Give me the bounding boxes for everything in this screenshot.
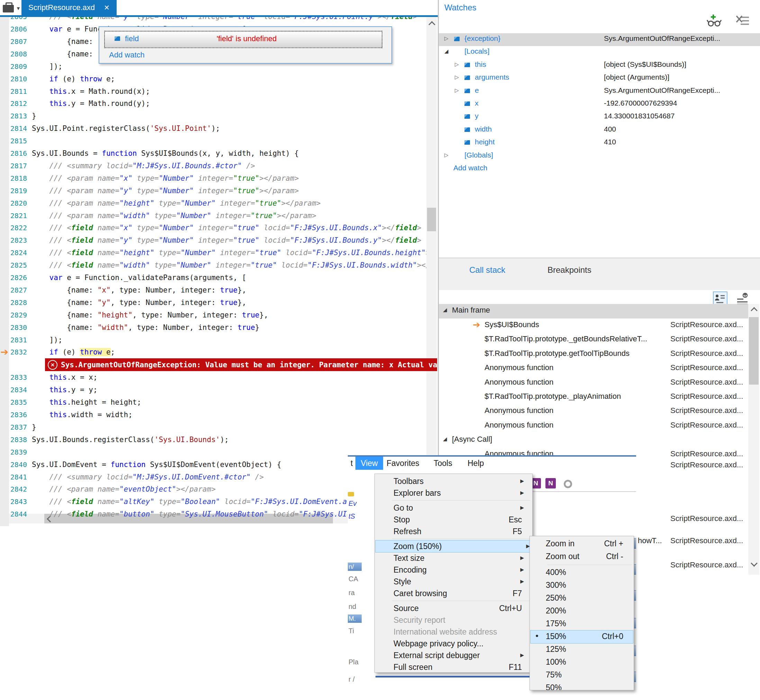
callstack-row[interactable]: $T.RadToolTip.prototype._playAnimationSc… xyxy=(439,390,749,404)
code-text[interactable]: {name: "width", type: Number, integer: t… xyxy=(32,321,259,334)
v-scroll-thumb[interactable] xyxy=(427,208,436,231)
callstack-row[interactable]: $T.RadToolTip.prototype._getBoundsRelati… xyxy=(439,333,749,347)
line-number[interactable]: 2810 xyxy=(0,73,27,85)
menubar-item-help[interactable]: Help xyxy=(468,459,484,468)
watch-row[interactable]: ▷[Globals] xyxy=(439,150,760,163)
close-icon[interactable]: ✕ xyxy=(104,3,110,12)
menu-item-style[interactable]: Style▶ xyxy=(376,576,532,588)
zoom-item-zoom-out[interactable]: Zoom outCtrl - xyxy=(531,550,633,563)
watch-row[interactable]: x-192.67000007629394 xyxy=(439,98,760,111)
add-watch-link[interactable]: Add watch xyxy=(453,164,487,172)
line-number[interactable]: 2842 xyxy=(0,483,27,495)
menu-item-zoom-150[interactable]: Zoom (150%)▶ xyxy=(376,541,537,552)
menu-item-toolbars[interactable]: Toolbars▶ xyxy=(376,475,532,487)
line-number[interactable]: 2830 xyxy=(0,321,27,334)
file-list-button[interactable]: ▼ xyxy=(2,2,20,14)
callstack-row[interactable]: ➔Sys$UI$BoundsScriptResource.axd... xyxy=(439,319,749,333)
menu-item-security-report[interactable]: Security report xyxy=(376,614,532,626)
expand-icon[interactable]: ▷ xyxy=(444,152,448,158)
line-number[interactable]: 2816 xyxy=(0,147,27,159)
line-number[interactable]: 2817 xyxy=(0,159,27,172)
code-text[interactable]: /// <param name="eventObject"></param> xyxy=(32,483,215,495)
line-number[interactable]: 2812 xyxy=(0,97,27,110)
code-text[interactable]: ]); xyxy=(32,60,62,73)
line-number[interactable]: 2811 xyxy=(0,85,27,98)
code-text[interactable]: /// <field name="width" type="Number" in… xyxy=(32,259,426,272)
code-area[interactable]: 2805 /// <field name="y" type="Number" i… xyxy=(0,17,426,524)
line-number[interactable]: 2820 xyxy=(0,197,27,209)
line-number[interactable]: 2829 xyxy=(0,309,27,321)
datatip-expression-box[interactable]: field 'field' is undefined xyxy=(104,31,382,48)
menu-item-external-script-debugger[interactable]: External script debugger▶ xyxy=(376,650,532,661)
expand-icon[interactable]: ▷ xyxy=(455,74,459,80)
menu-item-caret-browsing[interactable]: Caret browsingF7 xyxy=(376,588,532,599)
code-text[interactable]: /// <field name="y" type="Number" intege… xyxy=(32,17,417,23)
menubar-item-favorites[interactable]: Favorites xyxy=(387,459,420,468)
collapse-icon[interactable]: ◢ xyxy=(443,436,447,442)
code-text[interactable]: /// <summary locid="M:J#Sys.UI.Bounds.#c… xyxy=(32,159,255,172)
code-text[interactable]: } xyxy=(32,110,36,122)
line-number[interactable]: 2835 xyxy=(0,396,27,408)
watch-row[interactable]: ▷arguments[object (Arguments)] xyxy=(439,72,760,85)
menu-item-text-size[interactable]: Text size▶ xyxy=(376,552,532,564)
line-number[interactable]: 2841 xyxy=(0,471,27,483)
line-number[interactable]: 2839 xyxy=(0,446,27,458)
zoom-item-175[interactable]: 175% xyxy=(531,617,633,630)
line-number[interactable]: 2821 xyxy=(0,209,27,222)
code-text[interactable]: /// <field name="x" type="Number" intege… xyxy=(32,222,421,234)
line-number[interactable]: 2834 xyxy=(0,384,27,396)
code-text[interactable]: /// <param name="x" type="Number" intege… xyxy=(32,172,299,184)
code-text[interactable]: this.height = height; xyxy=(32,396,141,408)
scroll-down-icon[interactable] xyxy=(751,560,758,567)
code-text[interactable]: /// <field name="height" type="Number" i… xyxy=(32,247,426,259)
callstack-row[interactable]: Anonymous functionScriptResource.axd... xyxy=(439,361,749,376)
callstack-row[interactable]: Anonymous functionScriptResource.axd... xyxy=(439,419,749,433)
watch-row[interactable]: width400 xyxy=(439,124,760,137)
zoom-item-50[interactable]: 50% xyxy=(531,682,633,690)
callstack-options-icon[interactable] xyxy=(736,292,749,305)
code-text[interactable]: /// <param name="y" type="Number" intege… xyxy=(32,184,299,197)
line-number[interactable]: 2824 xyxy=(0,247,27,259)
menu-item-encoding[interactable]: Encoding▶ xyxy=(376,564,532,576)
watch-row[interactable]: height410 xyxy=(439,137,760,150)
menu-item-full-screen[interactable]: Full screenF11 xyxy=(376,661,532,673)
code-text[interactable]: /// <field name="y" type="Number" intege… xyxy=(32,234,421,247)
code-text[interactable]: } xyxy=(32,421,36,433)
expand-icon[interactable]: ▷ xyxy=(444,35,448,42)
tab-breakpoints[interactable]: Breakpoints xyxy=(548,265,591,275)
code-text[interactable]: ]); xyxy=(32,334,62,346)
line-number[interactable]: 2805 xyxy=(0,17,27,23)
add-watch-icon[interactable] xyxy=(706,13,722,28)
line-number[interactable]: 2838 xyxy=(0,433,27,446)
zoom-item-400[interactable]: 400% xyxy=(531,566,633,579)
code-text[interactable]: /// <summary locid="M:J#Sys.UI.DomEvent.… xyxy=(32,471,264,483)
expand-icon[interactable]: ▷ xyxy=(455,87,459,94)
clear-watches-icon[interactable] xyxy=(735,14,750,27)
cs-scroll-thumb[interactable] xyxy=(749,317,758,384)
line-number[interactable]: 2827 xyxy=(0,284,27,296)
code-text[interactable]: this.x = Math.round(x); xyxy=(32,85,150,98)
menubar-item-view[interactable]: View xyxy=(356,456,383,470)
zoom-item-250[interactable]: 250% xyxy=(531,592,633,605)
menu-item-go-to[interactable]: Go to▶ xyxy=(376,502,532,514)
watch-row[interactable]: ▷this[object (Sys$UI$Bounds)] xyxy=(439,59,760,72)
line-number[interactable]: 2833 xyxy=(0,371,27,384)
callstack-scrollbar[interactable] xyxy=(748,304,759,575)
line-number[interactable]: 2806 xyxy=(0,23,27,35)
line-number[interactable]: 2828 xyxy=(0,296,27,309)
code-text[interactable]: Sys.UI.Bounds = function Sys$UI$Bounds(x… xyxy=(32,147,299,159)
watch-row[interactable]: ▷{exception}Sys.ArgumentOutOfRangeExcept… xyxy=(439,33,760,46)
line-number[interactable]: 2822 xyxy=(0,222,27,234)
code-text[interactable]: var e = Function._validateParams(argumen… xyxy=(32,272,247,284)
menu-item-stop[interactable]: StopEsc xyxy=(376,514,532,525)
code-text[interactable]: this.x = x; xyxy=(32,371,98,384)
code-text[interactable]: Sys.UI.Bounds.registerClass('Sys.UI.Boun… xyxy=(32,433,229,446)
callstack-row[interactable]: Anonymous functionScriptResource.axd... xyxy=(439,376,749,390)
menu-item-international-website-address[interactable]: International website address xyxy=(376,626,532,638)
line-number[interactable]: 2836 xyxy=(0,408,27,421)
tab-call-stack[interactable]: Call stack xyxy=(469,265,505,275)
line-number[interactable]: 2814 xyxy=(0,122,27,135)
code-text[interactable]: /// <param name="width" type="Number" in… xyxy=(32,209,316,222)
code-text[interactable]: if (e) throw e; xyxy=(32,73,115,85)
add-watch-link[interactable]: Add watch xyxy=(109,50,145,59)
